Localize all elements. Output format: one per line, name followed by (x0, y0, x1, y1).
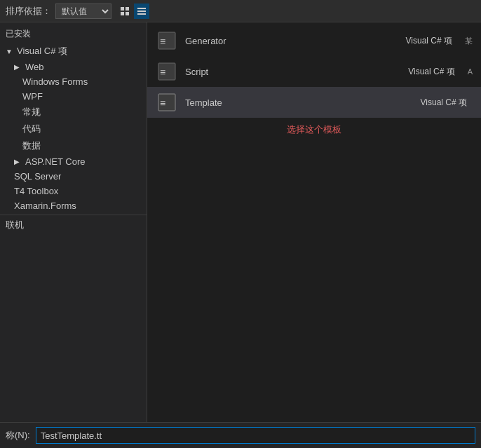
template-icon-script: ≡ (156, 60, 178, 83)
sidebar-item-wpf[interactable]: WPF (0, 89, 147, 104)
installed-label: 已安装 (0, 25, 147, 43)
svg-text:≡: ≡ (160, 67, 165, 78)
svg-rect-0 (121, 7, 124, 11)
expand-icon: ▼ (6, 48, 14, 55)
svg-rect-3 (126, 12, 129, 15)
svg-rect-1 (126, 7, 129, 11)
sort-select[interactable]: 默认值 名称 类型 (55, 4, 111, 19)
template-tag-generator: Visual C# 项 (406, 35, 452, 47)
template-extra-generator: 某 (465, 34, 473, 48)
template-item-generator[interactable]: ≡ Generator Visual C# 项 某 (147, 25, 481, 56)
template-icon-generator: ≡ (156, 29, 178, 52)
sidebar-item-offline[interactable]: 联机 (0, 217, 147, 233)
sidebar-label-wpf: WPF (22, 91, 43, 102)
template-icon-template: ≡ (156, 91, 178, 114)
main-panel: ≡ Generator Visual C# 项 某 ≡ Scri (147, 22, 481, 422)
sidebar: 已安装 ▼ Visual C# 项 ▶ Web Windows Forms WP… (0, 22, 147, 422)
sidebar-item-sql-server[interactable]: SQL Server (0, 169, 147, 184)
sidebar-label-windows-forms: Windows Forms (22, 76, 88, 87)
sidebar-label-web: Web (25, 62, 44, 72)
sidebar-label-changgui: 常规 (22, 106, 41, 118)
sidebar-label-shuju: 数据 (22, 140, 41, 152)
template-item-script[interactable]: ≡ Script Visual C# 项 A (147, 56, 481, 87)
sidebar-label-sql-server: SQL Server (14, 171, 61, 182)
name-input[interactable] (36, 427, 475, 444)
view-list-button[interactable] (134, 4, 149, 19)
main-container: 排序依据： 默认值 名称 类型 (0, 0, 481, 448)
sidebar-label-aspnet-core: ASP.NET Core (25, 156, 86, 167)
sidebar-item-xamarin-forms[interactable]: Xamarin.Forms (0, 198, 147, 213)
template-list: ≡ Generator Visual C# 项 某 ≡ Scri (147, 22, 481, 422)
template-extra-script: A (468, 66, 473, 77)
sidebar-item-web[interactable]: ▶ Web (0, 60, 147, 74)
sort-label: 排序依据： (6, 5, 51, 18)
sidebar-item-visual-csharp[interactable]: ▼ Visual C# 项 (0, 43, 147, 60)
sidebar-item-t4-toolbox[interactable]: T4 Toolbox (0, 184, 147, 198)
sidebar-item-changgui[interactable]: 常规 (0, 104, 147, 121)
sidebar-item-windows-forms[interactable]: Windows Forms (0, 74, 147, 89)
expand-icon-web: ▶ (14, 63, 22, 71)
svg-rect-4 (137, 8, 146, 9)
top-bar: 排序依据： 默认值 名称 类型 (0, 0, 481, 22)
template-item-template[interactable]: ≡ Template Visual C# 项 (147, 87, 481, 118)
template-tag-template: Visual C# 项 (421, 97, 467, 109)
svg-rect-6 (137, 13, 146, 15)
template-name-generator: Generator (185, 36, 399, 46)
sidebar-label-offline: 联机 (6, 219, 24, 231)
svg-rect-5 (137, 11, 146, 12)
view-grid-button[interactable] (117, 4, 133, 19)
content-area: 已安装 ▼ Visual C# 项 ▶ Web Windows Forms WP… (0, 22, 481, 422)
sidebar-item-daima[interactable]: 代码 (0, 121, 147, 137)
template-name-template: Template (185, 97, 414, 108)
bottom-bar: 称(N): (0, 422, 481, 448)
svg-text:≡: ≡ (160, 97, 165, 109)
view-icons (117, 4, 149, 19)
sidebar-label-daima: 代码 (22, 123, 41, 135)
template-tag-script: Visual C# 项 (408, 66, 454, 78)
sidebar-label-xamarin-forms: Xamarin.Forms (14, 201, 76, 211)
name-label: 称(N): (6, 429, 30, 442)
expand-icon-aspnet: ▶ (14, 158, 22, 165)
select-hint: 选择这个模板 (147, 118, 481, 142)
sidebar-label-t4-toolbox: T4 Toolbox (14, 186, 58, 196)
sidebar-label-visual-csharp: Visual C# 项 (17, 45, 67, 57)
sidebar-item-shuju[interactable]: 数据 (0, 137, 147, 154)
template-name-script: Script (185, 67, 401, 77)
svg-text:≡: ≡ (160, 36, 165, 47)
sidebar-item-aspnet-core[interactable]: ▶ ASP.NET Core (0, 154, 147, 169)
sidebar-separator (0, 215, 147, 215)
svg-rect-2 (121, 12, 124, 15)
